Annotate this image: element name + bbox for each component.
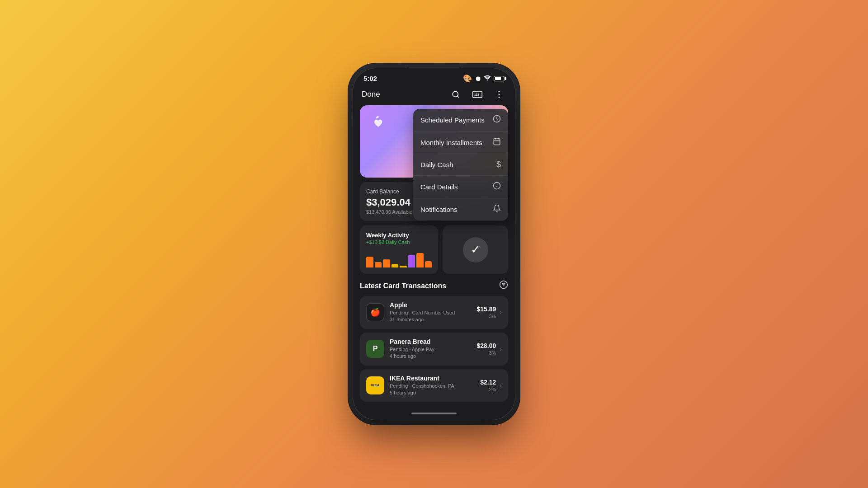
chart-bar (375, 262, 382, 267)
weekly-activity-title: Weekly Activity (366, 232, 432, 239)
transaction-details: Pending · Card Number Used31 minutes ago (390, 310, 477, 324)
chart-bar (392, 264, 399, 267)
svg-point-0 (487, 80, 488, 80)
calendar-icon (493, 137, 501, 148)
transaction-cashback: 2% (480, 387, 496, 392)
svg-point-7 (499, 97, 500, 98)
transaction-right: $28.00 3% (477, 342, 496, 356)
status-bar: 5:02 🎨 ⏺ (353, 68, 515, 85)
transactions-section: Latest Card Transactions 🍎 Apple Pending (360, 280, 508, 402)
svg-point-6 (499, 94, 500, 95)
transaction-item[interactable]: P Panera Bread Pending · Apple Pay4 hour… (360, 333, 508, 366)
dropdown-card-details[interactable]: Card Details (413, 176, 508, 198)
svg-text:123: 123 (474, 93, 479, 96)
chevron-right-icon: › (500, 309, 502, 316)
merchant-logo: P (373, 345, 378, 353)
svg-point-1 (453, 91, 458, 97)
transaction-cashback: 3% (477, 314, 496, 319)
clock-icon (493, 115, 501, 125)
scheduled-payments-label: Scheduled Payments (420, 116, 485, 124)
chart-bar (416, 253, 424, 267)
chevron-right-icon: › (500, 345, 502, 352)
payment-complete-widget[interactable]: ✓ (443, 225, 508, 274)
app-icon: 🎨 (463, 74, 472, 83)
transaction-item[interactable]: 🍎 Apple Pending · Card Number Used31 min… (360, 296, 508, 329)
svg-line-2 (457, 96, 458, 97)
transaction-name: Apple (390, 301, 477, 309)
screen-record-icon: ⏺ (475, 75, 481, 82)
bar-chart (366, 249, 432, 267)
chart-bar (366, 257, 373, 267)
transactions-filter-icon[interactable] (499, 280, 508, 291)
activity-row: Weekly Activity +$10.92 Daily Cash ✓ (360, 225, 508, 274)
bell-icon (493, 204, 501, 215)
scroll-content: Scheduled Payments Monthly Installments (353, 105, 515, 407)
status-time: 5:02 (363, 75, 377, 82)
transaction-info: Panera Bread Pending · Apple Pay4 hours … (390, 338, 477, 360)
dropdown-monthly-installments[interactable]: Monthly Installments (413, 131, 508, 154)
home-indicator (353, 407, 515, 420)
transaction-amount: $28.00 (477, 342, 496, 349)
card-details-label: Card Details (420, 183, 458, 191)
weekly-cashback: +$10.92 Daily Cash (366, 239, 432, 245)
transaction-item[interactable]: IKEA IKEA Restaurant Pending · Conshohoc… (360, 369, 508, 402)
chevron-right-icon: › (500, 382, 502, 389)
svg-point-5 (499, 91, 500, 92)
chart-bar (400, 266, 407, 267)
transaction-amount: $2.12 (480, 379, 496, 386)
chart-bar (408, 255, 415, 267)
merchant-logo: IKEA (371, 383, 379, 387)
dropdown-notifications[interactable]: Notifications (413, 198, 508, 221)
chart-bar (383, 259, 390, 267)
transaction-name: Panera Bread (390, 338, 477, 345)
transactions-title: Latest Card Transactions (360, 282, 446, 290)
wifi-icon (484, 75, 491, 82)
weekly-activity-widget[interactable]: Weekly Activity +$10.92 Daily Cash (360, 225, 438, 274)
dropdown-menu: Scheduled Payments Monthly Installments (413, 109, 508, 221)
merchant-icon: IKEA (366, 376, 384, 394)
transactions-list: 🍎 Apple Pending · Card Number Used31 min… (360, 296, 508, 402)
card-area: Scheduled Payments Monthly Installments (360, 105, 508, 178)
dropdown-scheduled-payments[interactable]: Scheduled Payments (413, 109, 508, 131)
search-button[interactable] (448, 87, 463, 102)
transaction-details: Pending · Conshohocken, PA5 hours ago (390, 383, 480, 397)
battery-icon (494, 76, 505, 81)
dollar-icon: $ (496, 160, 501, 169)
transaction-details: Pending · Apple Pay4 hours ago (390, 346, 477, 360)
phone-frame: 5:02 🎨 ⏺ Done (353, 68, 515, 420)
merchant-icon: P (366, 340, 384, 358)
transaction-name: IKEA Restaurant (390, 375, 480, 382)
notifications-label: Notifications (420, 206, 458, 213)
chart-bar (425, 261, 432, 267)
daily-cash-label: Daily Cash (420, 161, 453, 169)
transaction-info: Apple Pending · Card Number Used31 minut… (390, 301, 477, 324)
done-button[interactable]: Done (362, 90, 380, 99)
transaction-amount: $15.89 (477, 305, 496, 313)
monthly-installments-label: Monthly Installments (420, 139, 482, 146)
transaction-info: IKEA Restaurant Pending · Conshohocken, … (390, 375, 480, 397)
wallet-button[interactable]: 123 (470, 87, 485, 102)
merchant-icon: 🍎 (366, 303, 384, 321)
home-bar (411, 413, 457, 414)
merchant-logo: 🍎 (370, 307, 380, 317)
more-button[interactable] (492, 87, 506, 102)
apple-logo-icon (369, 114, 383, 135)
status-icons: 🎨 ⏺ (463, 74, 505, 83)
checkmark-icon: ✓ (463, 237, 488, 263)
info-icon (493, 182, 501, 192)
transaction-cashback: 3% (477, 350, 496, 356)
transaction-right: $2.12 2% (480, 379, 496, 392)
header-nav: Done 123 (353, 85, 515, 105)
transaction-right: $15.89 3% (477, 305, 496, 319)
transactions-header: Latest Card Transactions (360, 280, 508, 291)
dropdown-daily-cash[interactable]: Daily Cash $ (413, 154, 508, 176)
header-icons: 123 (448, 87, 506, 102)
svg-rect-9 (494, 139, 500, 145)
